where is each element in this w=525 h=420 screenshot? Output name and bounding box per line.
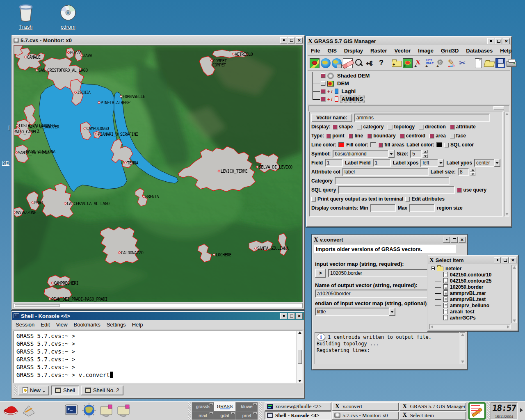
menu-file[interactable]: File (311, 48, 320, 54)
pager-desktop-kluwe[interactable]: kluwe (236, 402, 258, 411)
pager-desktop-mail[interactable]: mail (192, 411, 214, 420)
spin-up[interactable] (422, 150, 428, 153)
session-tab-new[interactable]: New (18, 386, 49, 395)
menu-image[interactable]: Image (418, 48, 434, 54)
tree-item-042150-contour25[interactable]: 042150.contour25 (431, 278, 511, 284)
display-button[interactable] (310, 58, 320, 68)
menu-bookmarks[interactable]: Bookmarks (74, 322, 100, 328)
vector-name-button[interactable]: Vector name: (311, 114, 352, 122)
maximize-button[interactable] (495, 38, 502, 44)
chevron-down-icon[interactable] (388, 150, 395, 158)
menu-gis[interactable]: GIS (327, 48, 336, 54)
attribute-col-input[interactable]: label (342, 168, 429, 176)
query-button[interactable] (376, 58, 386, 68)
erase-button[interactable] (343, 58, 353, 68)
tree-vscrollbar[interactable] (511, 265, 517, 323)
fill-color-swatch[interactable] (370, 142, 376, 147)
show-desktop-icon[interactable] (21, 402, 37, 419)
maximize-button[interactable] (502, 257, 509, 263)
chevron-down-icon[interactable] (389, 308, 395, 316)
konsole-titlebar[interactable]: Shell - Konsole <4> ✕ (12, 312, 304, 320)
label-ypos-dropdown[interactable]: center (474, 159, 500, 167)
print-query-checkbox[interactable] (311, 197, 316, 201)
monitor-titlebar[interactable]: 5.7.cvs - Monitor: x0 ✕ (12, 36, 304, 44)
label-color-swatch[interactable] (436, 142, 442, 147)
map-canvas[interactable]: CANALEPOZZAZAVAVETRIOLOSAN_CRISTOFORO_AL… (14, 45, 303, 302)
face-checkbox[interactable] (450, 134, 454, 138)
desktop-icon-cdrom[interactable]: cdrom (54, 4, 82, 30)
scroll-thumb[interactable] (493, 106, 504, 110)
konqueror-globe-icon[interactable] (81, 402, 97, 419)
zoom-to-saved-region-button[interactable] (332, 58, 342, 68)
fill-areas-checkbox[interactable] (378, 143, 383, 147)
menu-view[interactable]: View (56, 322, 68, 328)
pager-desktop-grass[interactable]: GRASS (214, 402, 236, 411)
close-button[interactable]: ✕ (296, 313, 303, 319)
add-labels-button[interactable]: LIPTRKEY+ (425, 58, 435, 68)
print-button[interactable] (507, 61, 516, 67)
menu-session[interactable]: Session (16, 322, 34, 328)
pager-desktop-prrvt[interactable]: prrvt (236, 411, 258, 420)
menu-edit[interactable]: Edit (41, 322, 50, 328)
pager-desktop-gdal[interactable]: gdal (214, 411, 236, 420)
edit-layer-button[interactable] (447, 58, 457, 68)
options-vscrollbar[interactable] (504, 112, 509, 217)
chevron-down-icon[interactable] (438, 159, 444, 167)
vector-name-input[interactable]: ammins (354, 114, 490, 122)
spin-down[interactable] (470, 172, 475, 176)
maximize-button[interactable] (288, 37, 295, 43)
layer-visibility-checkbox[interactable] (321, 81, 325, 86)
tree-item-areali-test[interactable]: areali_test (431, 308, 511, 315)
constraint-max-input[interactable] (409, 204, 435, 212)
spin-up[interactable] (470, 168, 475, 171)
constraint-min-input[interactable] (370, 204, 396, 212)
menu-vector[interactable]: Vector (395, 48, 411, 54)
label-field-input[interactable]: 1 (373, 159, 391, 167)
direction-checkbox[interactable] (419, 125, 423, 129)
add-vector-button[interactable]: + (414, 58, 424, 68)
terminal-scrollbar[interactable] (297, 331, 302, 383)
menu-help[interactable]: Help (132, 322, 143, 328)
zoom-to-map-button[interactable] (321, 58, 331, 68)
menu-display[interactable]: Display (344, 48, 363, 54)
label-xpos-dropdown[interactable]: left (420, 159, 444, 167)
minimize-button[interactable] (280, 313, 287, 319)
taskbar-button-shell-konsole-4-[interactable]: Shell - Konsole <4> (265, 411, 331, 420)
minimize-button[interactable] (487, 38, 494, 44)
gis-manager-titlebar[interactable]: X GRASS 5.7 GIS Manager ✕ (307, 37, 511, 45)
taskbar-button-select-item[interactable]: Select item (399, 411, 466, 420)
close-button[interactable]: ✕ (503, 38, 510, 44)
folder-app-icon[interactable] (116, 402, 132, 419)
line-color-swatch[interactable] (338, 142, 344, 147)
boundary-checkbox[interactable] (367, 134, 372, 138)
tree-item-102050-border[interactable]: 102050.border (431, 284, 511, 290)
korganizer-icon[interactable] (468, 402, 486, 420)
tree-item-ammprvbl-mar[interactable]: ammprvBL.mar (431, 290, 511, 296)
taskbar-button-grass-5-7-gis-manager[interactable]: GRASS 5.7 GIS Manager (399, 402, 466, 411)
size-stepper[interactable]: 5 (410, 150, 428, 158)
menu-help[interactable]: Help (500, 48, 511, 54)
taskbar-button-xosview-thuille-2-[interactable]: xosview@thuille <2> (265, 402, 331, 411)
delete-layer-button[interactable] (458, 58, 468, 68)
desktop-icon-trash[interactable]: Trash (11, 3, 40, 30)
session-tab-shell-no-2[interactable]: Shell No. 2 (81, 386, 123, 395)
close-button[interactable]: ✕ (459, 237, 466, 243)
folder-app-icon[interactable] (98, 402, 115, 419)
kmenu-redhat-icon[interactable] (2, 402, 19, 419)
session-tab-shell[interactable]: Shell (51, 386, 79, 395)
symbol-dropdown[interactable]: basic/diamond (333, 150, 395, 158)
menu-settings[interactable]: Settings (107, 322, 126, 328)
maximize-button[interactable] (451, 237, 458, 243)
layer-tree-hscrollbar[interactable] (308, 105, 509, 112)
save-file-button[interactable] (495, 58, 505, 68)
panel-handle[interactable] (487, 402, 490, 420)
use-query-checkbox[interactable] (457, 188, 461, 192)
taskbar-button-v-convert[interactable]: v.convert (332, 402, 399, 411)
layer-row-ammins[interactable]: + /AMMINS (316, 95, 510, 103)
add-raster-button[interactable]: + (392, 61, 402, 67)
close-button[interactable]: ✕ (509, 257, 516, 263)
minimize-button[interactable] (280, 37, 287, 43)
collapse-expander[interactable] (431, 267, 435, 270)
minimize-button[interactable] (494, 257, 501, 263)
pan-icon[interactable] (365, 58, 375, 68)
